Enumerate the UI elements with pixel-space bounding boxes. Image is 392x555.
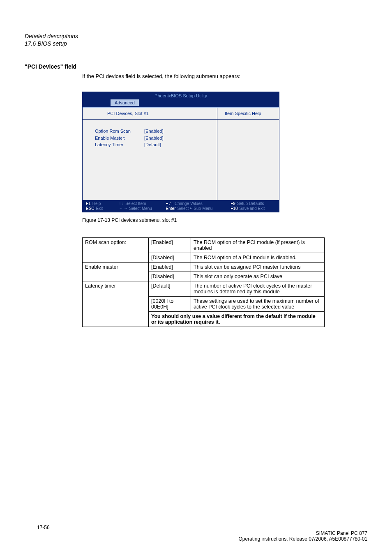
header-title: Detailed descriptions <box>25 33 367 40</box>
table-cell-value: [Enabled] <box>149 238 191 253</box>
bios-footer-desc: Setup Defaults <box>237 201 264 206</box>
bios-setting-value: [Default] <box>144 141 161 148</box>
bios-footer-desc: Exit <box>96 206 103 211</box>
bios-footer-key: + / - <box>166 201 173 206</box>
bios-footer-key: F1 <box>86 201 91 206</box>
footer-product: SIMATIC Panel PC 877 <box>238 530 367 536</box>
bios-setting-row: Enable Master: [Enabled] <box>95 135 209 142</box>
bios-footer-desc: Change Values <box>175 201 203 206</box>
table-cell-desc: These settings are used to set the maxim… <box>191 297 325 312</box>
bios-footer: F1Help ESCExit ↑ ↓Select Item ← →Select … <box>83 200 279 212</box>
bios-setting-value: [Enabled] <box>144 135 163 142</box>
bios-setting-value: [Enabled] <box>144 128 163 135</box>
bios-footer-key: F10 <box>231 206 238 211</box>
bios-footer-col: F1Help ESCExit <box>85 201 118 211</box>
table-cell-name: ROM scan option: <box>83 238 149 263</box>
bios-screenshot: PhoenixBIOS Setup Utility Advanced PCI D… <box>82 92 279 212</box>
bios-menu-advanced: Advanced <box>111 99 139 106</box>
table-cell-desc: The ROM option of a PCI module is disabl… <box>191 253 325 263</box>
footer-right: SIMATIC Panel PC 877 Operating instructi… <box>238 530 367 542</box>
bios-footer-col: ↑ ↓Select Item ← →Select Menu <box>118 201 165 211</box>
bios-footer-desc: Save and Exit <box>239 206 265 211</box>
bios-footer-col: F9Setup Defaults F10Save and Exit <box>230 201 277 211</box>
updown-icon: ↑ ↓ <box>119 201 124 206</box>
bios-footer-desc: Select Item <box>125 201 146 206</box>
bios-setting-label: Enable Master: <box>95 135 144 142</box>
description-table: ROM scan option: [Enabled] The ROM optio… <box>82 237 325 327</box>
table-cell-value: [Disabled] <box>149 272 191 281</box>
bios-help-body <box>217 120 279 200</box>
table-cell-value: [Disabled] <box>149 253 191 263</box>
bios-footer-key: F9 <box>231 201 235 206</box>
section-heading: "PCI Devices" field <box>25 63 367 70</box>
bios-footer-desc: Select Menu <box>129 206 152 211</box>
bios-settings: Option Rom Scan [Enabled] Enable Master:… <box>83 120 217 181</box>
header-subtitle: 17.6 BIOS setup <box>25 40 367 47</box>
table-cell-value: [Default] <box>149 281 191 297</box>
bios-window: PhoenixBIOS Setup Utility Advanced PCI D… <box>82 92 279 212</box>
table-row: ROM scan option: [Enabled] The ROM optio… <box>83 238 325 253</box>
table-cell-value: [Enabled] <box>149 263 191 272</box>
leftright-icon: ← → <box>119 206 128 211</box>
bios-title: PhoenixBIOS Setup Utility <box>83 92 279 99</box>
bios-body: PCI Devices, Slot #1 Option Rom Scan [En… <box>83 107 279 200</box>
table-cell-desc: This slot can only operate as PCI slave <box>191 272 325 281</box>
bios-left-header: PCI Devices, Slot #1 <box>83 108 217 120</box>
bios-menu-bar: Advanced <box>83 99 279 107</box>
figure-caption: Figure 17-13 PCI devices submenu, slot #… <box>82 217 367 223</box>
bios-setting-label: Option Rom Scan <box>95 128 144 135</box>
page-header: Detailed descriptions 17.6 BIOS setup <box>25 33 367 47</box>
bios-right-panel: Item Specific Help <box>217 108 279 200</box>
table-cell-name: Enable master <box>83 263 149 281</box>
bios-right-header: Item Specific Help <box>217 108 279 120</box>
footer-docinfo: Operating instructions, Release 07/2006,… <box>238 536 367 542</box>
bios-setting-label: Latency Timer <box>95 141 144 148</box>
bios-footer-key: Enter <box>166 206 176 211</box>
bios-setting-row: Option Rom Scan [Enabled] <box>95 128 209 135</box>
bios-footer-desc: Select <box>177 206 189 211</box>
bios-left-panel: PCI Devices, Slot #1 Option Rom Scan [En… <box>83 108 217 200</box>
footer-pagenum: 17-56 <box>37 525 50 530</box>
table-row: Latency timer [Default] The number of ac… <box>83 281 325 297</box>
bios-setting-row: Latency Timer [Default] <box>95 141 209 148</box>
document-page: Detailed descriptions 17.6 BIOS setup "P… <box>0 0 392 555</box>
table-cell-desc: This slot can be assigned PCI master fun… <box>191 263 325 272</box>
bios-footer-desc: Help <box>92 201 101 206</box>
bios-footer-desc: Sub-Menu <box>194 206 212 211</box>
table-row: Enable master [Enabled] This slot can be… <box>83 263 325 272</box>
table-cell-desc: The ROM option of the PCI module (if pre… <box>191 238 325 253</box>
table-cell-name: Latency timer <box>83 281 149 327</box>
triangle-icon: ▸ <box>190 206 192 211</box>
table-note: You should only use a value different fr… <box>149 312 325 327</box>
section-intro: If the PCI devices field is selected, th… <box>82 73 367 79</box>
table-cell-desc: The number of active PCI clock cycles of… <box>191 281 325 297</box>
table-cell-value: [0020H to 00E0H] <box>149 297 191 312</box>
bios-footer-key: ESC <box>86 206 95 211</box>
bios-footer-col: + / -Change Values EnterSelect▸Sub-Menu <box>165 201 230 211</box>
